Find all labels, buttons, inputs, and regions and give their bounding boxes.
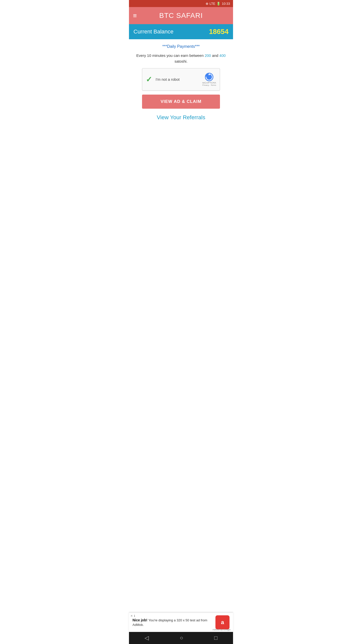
earn-max: 400 — [219, 53, 226, 58]
time-label: 10:33 — [222, 2, 230, 6]
view-ad-claim-button[interactable]: VIEW AD & CLAIM — [142, 95, 220, 109]
balance-value: 18654 — [209, 28, 229, 36]
recaptcha-left: ✓ I'm not a robot — [146, 76, 179, 83]
daily-payments-label: ***Daily Payments*** — [162, 44, 200, 49]
menu-icon[interactable]: ≡ — [133, 12, 137, 19]
recaptcha-privacy-terms[interactable]: Privacy - Terms — [202, 84, 216, 86]
status-icons: ⊕ LTE 🔋 10:33 — [206, 2, 230, 6]
signal-icon: ⊕ — [206, 2, 208, 6]
earn-suffix: satoshi. — [174, 59, 188, 63]
app-title: BTC SAFARI — [159, 12, 203, 20]
earn-min: 200 — [205, 53, 211, 58]
earn-prefix: Every 10 minutes you can earn between — [136, 53, 204, 58]
recaptcha-checkmark: ✓ — [146, 76, 152, 83]
status-bar: ⊕ LTE 🔋 10:33 — [129, 0, 233, 7]
view-referrals-link[interactable]: View Your Referrals — [157, 114, 205, 121]
balance-bar: Current Balance 18654 — [129, 24, 233, 39]
recaptcha-logo-icon — [205, 72, 214, 82]
main-content: ***Daily Payments*** Every 10 minutes yo… — [129, 39, 233, 126]
lte-label: LTE — [210, 2, 215, 6]
earn-description: Every 10 minutes you can earn between 20… — [133, 53, 229, 64]
earn-connector: and — [212, 53, 219, 58]
recaptcha-widget[interactable]: ✓ I'm not a robot reCAPTCHA Privacy - Te… — [142, 68, 220, 91]
recaptcha-logo-block: reCAPTCHA Privacy - Terms — [202, 72, 216, 86]
recaptcha-brand-label: reCAPTCHA — [202, 82, 216, 84]
app-header: ≡ BTC SAFARI — [129, 7, 233, 24]
balance-label: Current Balance — [133, 28, 173, 35]
battery-icon: 🔋 — [216, 2, 220, 6]
recaptcha-robot-label: I'm not a robot — [156, 77, 179, 82]
